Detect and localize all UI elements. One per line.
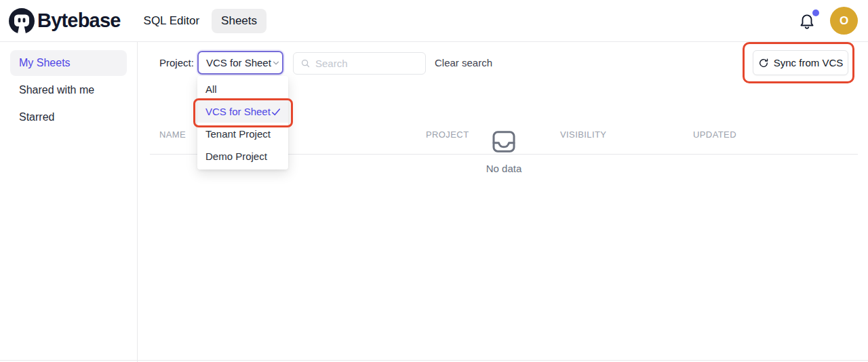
empty-state-message: No data <box>463 163 545 174</box>
sidebar-item-starred[interactable]: Starred <box>10 104 127 130</box>
sidebar-item-my-sheets[interactable]: My Sheets <box>10 50 127 76</box>
chevron-down-icon <box>271 58 281 68</box>
brand-name: Bytebase <box>37 9 121 32</box>
dropdown-option-all[interactable]: All <box>197 78 288 100</box>
bottom-divider <box>0 360 868 361</box>
header-nav: SQL Editor Sheets <box>140 9 267 33</box>
sync-button-label: Sync from VCS <box>774 57 844 68</box>
user-avatar[interactable]: O <box>830 7 858 35</box>
sheets-sidebar: My Sheets Shared with me Starred <box>0 42 138 362</box>
project-dropdown-menu: All VCS for Sheet Tenant Project Demo Pr… <box>197 76 288 169</box>
sheets-main-panel: Project: VCS for Sheet Clear search <box>138 42 868 362</box>
tab-sheets[interactable]: Sheets <box>212 9 267 33</box>
clear-search-button[interactable]: Clear search <box>435 52 492 75</box>
unread-notification-dot <box>812 9 819 16</box>
search-input[interactable] <box>315 58 418 69</box>
search-box <box>293 52 426 75</box>
column-header-visibility: VISIBILITY <box>560 129 606 140</box>
empty-state: No data <box>463 128 545 174</box>
dropdown-option-tenant-project[interactable]: Tenant Project <box>197 123 288 145</box>
project-filter-label: Project: <box>159 52 194 75</box>
sidebar-item-shared-with-me[interactable]: Shared with me <box>10 77 127 103</box>
app-header: Bytebase SQL Editor Sheets O <box>0 0 868 42</box>
dropdown-option-vcs-for-sheet[interactable]: VCS for Sheet <box>197 100 288 123</box>
project-select[interactable]: VCS for Sheet <box>197 51 283 75</box>
notifications-button[interactable] <box>798 12 816 31</box>
dropdown-option-demo-project[interactable]: Demo Project <box>197 145 288 167</box>
empty-inbox-icon <box>490 128 517 155</box>
bytebase-logo-icon <box>8 7 35 35</box>
column-header-name: NAME <box>159 129 186 140</box>
dropdown-option-label: VCS for Sheet <box>205 106 271 117</box>
column-header-updated: UPDATED <box>693 129 736 140</box>
column-header-project: PROJECT <box>426 129 469 140</box>
bytebase-app: Bytebase SQL Editor Sheets O My Sheets S… <box>0 0 868 362</box>
sync-refresh-icon <box>758 58 769 68</box>
sync-from-vcs-button[interactable]: Sync from VCS <box>753 50 848 75</box>
brand-link[interactable]: Bytebase <box>8 7 121 35</box>
search-icon <box>300 58 311 68</box>
header-right: O <box>798 7 858 35</box>
project-select-value: VCS for Sheet <box>206 57 271 68</box>
check-icon <box>271 106 281 117</box>
tab-sql-editor[interactable]: SQL Editor <box>140 9 204 33</box>
